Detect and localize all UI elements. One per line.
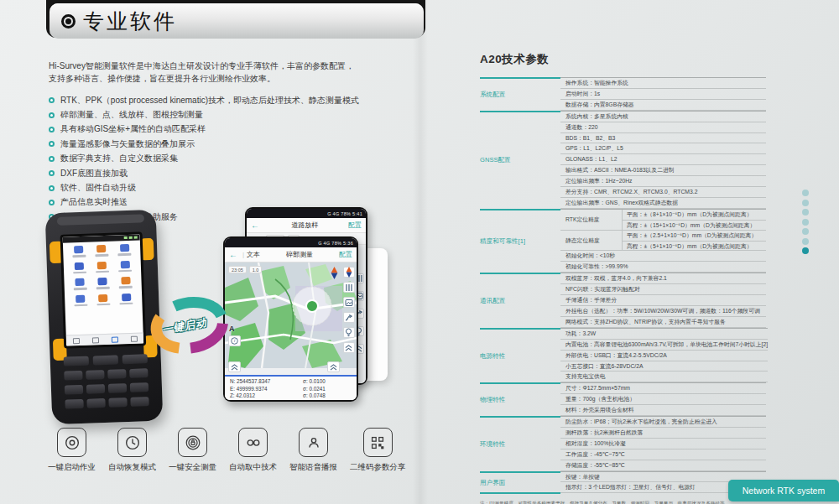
bullet-icon bbox=[49, 97, 55, 103]
device-app-icon bbox=[68, 262, 91, 273]
feature-item: 软件、固件自动升级 bbox=[49, 180, 409, 195]
intro-line-2: 支持多种语言、操作便捷，旨在更提升各行业测绘作业效率。 bbox=[49, 72, 401, 85]
spec-rows: 双模蓝牙：双模，蓝牙4.0，向下兼容2.1NFC闪联：实现蓝牙闪触配对手簿通信：… bbox=[560, 273, 766, 328]
device-key bbox=[86, 398, 105, 408]
dot bbox=[802, 219, 809, 226]
bulb-icon[interactable] bbox=[343, 327, 355, 338]
spec-row: 通道数：220 bbox=[560, 122, 766, 133]
keypad-row bbox=[65, 397, 149, 408]
spec-section: 精度和可靠性[1]RTK定位精度平面：±（8+1×10⁻⁶D）mm（D为被测点间… bbox=[480, 209, 766, 273]
device-app-icon bbox=[67, 246, 91, 257]
device-app-icon bbox=[91, 278, 115, 289]
device-key bbox=[64, 356, 89, 366]
spec-section: 系统配置操作系统：智能操作系统启动时间：1s数据存储：内置8GB存储器 bbox=[480, 77, 766, 111]
dot bbox=[802, 247, 809, 254]
device-key bbox=[86, 370, 104, 380]
spec-title: A20技术参数 bbox=[480, 52, 766, 67]
spec-rows: 尺寸：Φ127.5mm×57mm重量：700g（含主机电池）材料：外壳采用镁合金… bbox=[560, 382, 766, 416]
back-button[interactable]: ← bbox=[251, 221, 259, 230]
spec-row: 初始化时间：<10秒 bbox=[560, 251, 766, 262]
spec-row: 数据存储：内置8GB存储器 bbox=[560, 100, 766, 111]
config-button[interactable]: 配置 bbox=[348, 221, 362, 230]
spec-table: 系统配置操作系统：智能操作系统启动时间：1s数据存储：内置8GB存储器GNSS配… bbox=[480, 77, 766, 495]
device-key bbox=[107, 369, 126, 379]
feature-text: 具有移动GIS坐标+属性的自动匹配采样 bbox=[60, 123, 206, 135]
status-bar: G 4G 78% 5:36 bbox=[225, 238, 357, 247]
feature-icon-item: 二维码参数分享 bbox=[350, 428, 406, 473]
spec-row: 输出格式：ASCII：NMEA-0183以及二进制 bbox=[560, 165, 766, 176]
collapse-right-button[interactable] bbox=[327, 361, 340, 372]
feature-text: 软件、固件自动升级 bbox=[60, 182, 136, 194]
spec-rows: 防尘防水：IP68；可抗2米水下临时浸泡，完全防止粉尘进入测杆跌落：抗2米测杆自… bbox=[560, 416, 766, 471]
config-button[interactable]: 配置 bbox=[339, 250, 352, 259]
spec-row: 启动时间：1s bbox=[560, 89, 766, 100]
feature-text: 碎部测量、点、线放样、图根控制测量 bbox=[60, 109, 203, 121]
back-button[interactable]: ← bbox=[229, 250, 237, 259]
device-key bbox=[93, 355, 118, 365]
device-key bbox=[122, 354, 148, 364]
compass-icon[interactable] bbox=[343, 267, 355, 278]
spec-category-label: 通讯配置 bbox=[480, 273, 560, 328]
feature-item: 具有移动GIS坐标+属性的自动匹配采样 bbox=[49, 122, 409, 137]
dot bbox=[802, 190, 809, 196]
dot bbox=[802, 238, 809, 245]
spec-category-label: 物理特性 bbox=[480, 382, 560, 416]
spec-row: 初始化可靠性：>99.99% bbox=[560, 262, 766, 273]
device-app-icon bbox=[68, 278, 91, 290]
coord-e: E: 499999.9374 bbox=[230, 386, 303, 393]
spec-row: 支持充电宝供电 bbox=[560, 372, 768, 382]
spec-row: 材料：外壳采用镁合金材料 bbox=[560, 405, 766, 416]
intro-paragraph: Hi-Survey智能测量软件是中海达自主研发设计的专业手薄软件，丰富的参数配置… bbox=[49, 60, 401, 85]
voice-icon bbox=[299, 428, 328, 457]
feature-icon-label: 一键启动作业 bbox=[48, 462, 96, 473]
spec-rows: 操作系统：智能操作系统启动时间：1s数据存储：内置8GB存储器 bbox=[560, 77, 766, 111]
spec-row: BDS：B1、B2、B3 bbox=[560, 133, 766, 144]
spec-subrow: 平面：±（8+1×10⁻⁶D）mm（D为被测点间距离） bbox=[623, 210, 766, 220]
spec-row: 内置电池：高容量锂电池6300mAh/3.7V,可拆卸，单块电池工作时间7小时以… bbox=[560, 340, 768, 351]
device-key bbox=[86, 384, 105, 394]
phone-screenshot-detail-survey: G 4G 78% 5:36 ← | 文本 碎部测量 配置 bbox=[223, 236, 358, 402]
device-app-icon bbox=[69, 294, 92, 306]
device-keypad bbox=[64, 354, 149, 413]
bullet-icon bbox=[49, 127, 55, 132]
device-key bbox=[64, 371, 82, 381]
spec-subrow: 高程：±（5+1×10⁻⁶D）mm（D为被测点间距离） bbox=[623, 241, 766, 251]
collapse-left-button[interactable] bbox=[228, 361, 241, 372]
spec-subrow: 高程：±（15+1×10⁻⁶D）mm（D为被测点间距离） bbox=[623, 220, 766, 230]
target-icon bbox=[61, 14, 76, 29]
chevrons-icon[interactable] bbox=[343, 342, 355, 353]
device-nav bbox=[66, 332, 143, 346]
device-key bbox=[65, 399, 83, 409]
feature-icon-label: 一键安全测量 bbox=[169, 462, 216, 473]
intro-line-1: Hi-Survey智能测量软件是中海达自主研发设计的专业手薄软件，丰富的参数配置… bbox=[49, 60, 401, 72]
spec-row: 定位输出频率：1Hz~20Hz bbox=[560, 176, 766, 187]
text-mode-button[interactable]: 文本 bbox=[247, 250, 260, 259]
spec-row: NFC闪联：实现蓝牙闪触配对 bbox=[560, 284, 766, 295]
device-key bbox=[65, 385, 83, 395]
spec-row: 差分支持：CMR、RTCM2.X、RTCM3.0、RTCM3.2 bbox=[560, 187, 766, 198]
spec-row: 手簿通信：手簿差分 bbox=[560, 295, 766, 306]
lines-icon[interactable] bbox=[343, 282, 355, 293]
spec-category-label: 电源特性 bbox=[480, 328, 560, 383]
spec-row: 定位输出频率：GNS、Rinex双格式静态数据 bbox=[560, 198, 766, 209]
spec-row: 存储温度：-55℃~85℃ bbox=[560, 460, 766, 471]
bullet-icon bbox=[49, 200, 55, 205]
qr-icon bbox=[363, 428, 393, 457]
section-header: 专业软件 bbox=[50, 3, 424, 39]
footer-badge: Network RTK system bbox=[728, 480, 839, 501]
feature-icon-label: 二维码参数分享 bbox=[350, 462, 406, 473]
page-dots bbox=[802, 190, 809, 254]
spec-row: 小五芯接口：直流6-28VDC/2A bbox=[560, 361, 768, 372]
feature-icon-label: 自动取中技术 bbox=[229, 462, 277, 473]
feature-icon-item: 一键启动作业 bbox=[48, 428, 96, 473]
route-icon[interactable] bbox=[343, 312, 355, 323]
coordinate-panel: N: 2544537.8347 E: 499999.9374 Z: 42.031… bbox=[225, 375, 357, 400]
spec-category-label: 环境特性 bbox=[480, 416, 560, 471]
spec-category-label: GNSS配置 bbox=[480, 111, 560, 209]
screen-title: 道路放样 bbox=[262, 221, 348, 230]
spec-rows: RTK定位精度平面：±（8+1×10⁻⁶D）mm（D为被测点间距离）高程：±（1… bbox=[560, 209, 766, 273]
photo-icon[interactable] bbox=[343, 297, 355, 308]
spec-row: 操作系统：智能操作系统 bbox=[560, 78, 766, 89]
clock-icon bbox=[117, 428, 147, 457]
keypad-row bbox=[64, 368, 148, 380]
